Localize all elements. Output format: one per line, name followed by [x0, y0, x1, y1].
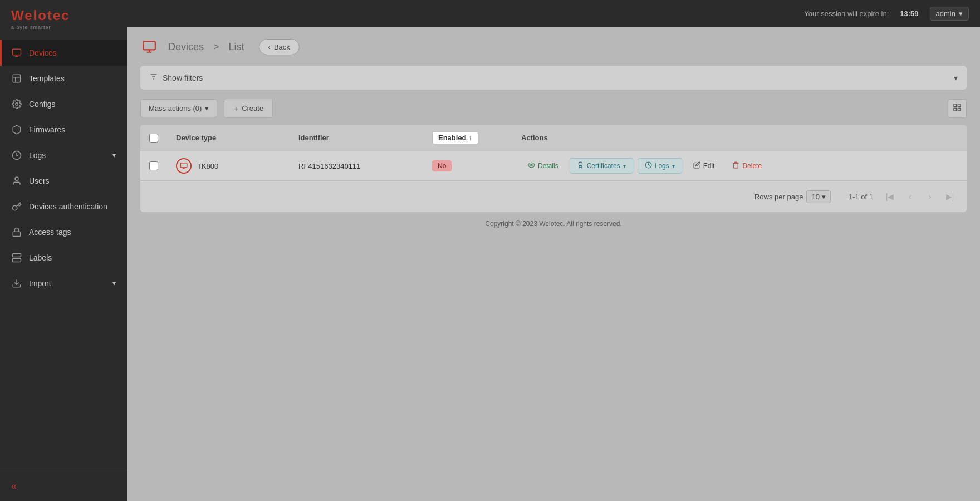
row-logs-button[interactable]: Logs ▾	[638, 158, 682, 174]
sidebar-item-templates[interactable]: Templates	[0, 66, 127, 91]
sidebar-item-labels-label: Labels	[29, 253, 116, 262]
device-type-icon	[176, 158, 192, 174]
details-button[interactable]: Details	[521, 159, 565, 173]
page-header-icon	[140, 38, 158, 56]
certificates-button[interactable]: Certificates ▾	[570, 158, 633, 174]
rows-per-page-select[interactable]: 10 ▾	[806, 190, 830, 203]
row-enabled-cell: No	[423, 151, 512, 181]
row-logs-label: Logs	[655, 162, 669, 170]
admin-menu-btn[interactable]: admin ▾	[930, 7, 969, 21]
edit-label: Edit	[703, 162, 715, 170]
breadcrumb-separator: >	[213, 41, 222, 52]
sidebar-item-logs[interactable]: Logs ▾	[0, 143, 127, 168]
row-actions-cell: Details Certificates ▾	[512, 151, 967, 181]
details-eye-icon	[528, 161, 535, 170]
import-chevron-icon: ▾	[112, 279, 116, 287]
rows-per-page-chevron-icon: ▾	[822, 193, 826, 201]
logo-text: Welotec	[11, 8, 116, 23]
header-actions: Actions	[512, 125, 967, 151]
rows-per-page: Rows per page 10 ▾	[754, 190, 831, 203]
mass-actions-label: Mass actions (0)	[149, 104, 202, 112]
page-header: Devices > List ‹ Back	[140, 38, 967, 56]
filter-icon	[149, 72, 158, 83]
show-filters-btn[interactable]: Show filters	[149, 72, 203, 83]
certificates-label: Certificates	[587, 162, 620, 170]
svg-point-20	[531, 164, 532, 166]
collapse-icon: «	[11, 480, 17, 492]
sidebar-item-labels[interactable]: Labels	[0, 245, 127, 271]
sidebar-item-import[interactable]: Import ▾	[0, 271, 127, 296]
device-type-name: TK800	[197, 162, 218, 170]
main-area: Your session will expire in: 13:59 admin…	[127, 0, 980, 501]
templates-icon	[11, 73, 22, 84]
create-plus-icon: +	[233, 104, 238, 113]
rows-per-page-label: Rows per page	[754, 193, 803, 201]
certificates-icon	[577, 161, 584, 170]
sidebar-item-access-tags[interactable]: Access tags	[0, 219, 127, 245]
certificates-chevron-icon: ▾	[623, 163, 626, 169]
devices-auth-icon	[11, 201, 22, 212]
logs-icon	[11, 150, 22, 161]
configs-icon	[11, 99, 22, 110]
mass-actions-button[interactable]: Mass actions (0) ▾	[140, 99, 217, 117]
breadcrumb: Devices > List	[165, 41, 248, 53]
row-identifier-cell: RF4151632340111	[290, 151, 423, 181]
sidebar-item-firmwares-label: Firmwares	[29, 125, 116, 134]
admin-chevron-icon: ▾	[959, 9, 963, 18]
row-checkbox[interactable]	[149, 161, 158, 170]
svg-rect-6	[13, 254, 21, 257]
svg-rect-1	[13, 75, 21, 82]
session-time: 13:59	[900, 9, 918, 18]
svg-rect-7	[13, 259, 21, 262]
last-page-button[interactable]: ▶|	[942, 189, 958, 204]
logs-chevron-icon: ▾	[672, 163, 675, 169]
sidebar-item-devices-label: Devices	[29, 48, 116, 57]
back-button[interactable]: ‹ Back	[259, 39, 300, 55]
edit-button[interactable]: Edit	[687, 159, 722, 173]
next-page-button[interactable]: ›	[922, 189, 938, 204]
sidebar-item-logs-label: Logs	[29, 151, 106, 160]
sidebar-item-devices[interactable]: Devices	[0, 40, 127, 66]
details-label: Details	[538, 162, 558, 170]
sidebar-item-firmwares[interactable]: Firmwares	[0, 117, 127, 143]
back-arrow-icon: ‹	[268, 43, 271, 51]
first-page-button[interactable]: |◀	[882, 189, 898, 204]
row-logs-icon	[645, 161, 652, 170]
svg-rect-17	[958, 108, 961, 111]
sidebar-item-devices-auth[interactable]: Devices authentication	[0, 194, 127, 219]
sidebar-collapse-btn[interactable]: «	[0, 471, 127, 501]
header-device-type: Device type	[167, 125, 290, 151]
sidebar-item-devices-auth-label: Devices authentication	[29, 202, 116, 211]
sidebar-item-users[interactable]: Users	[0, 168, 127, 194]
devices-table: Device type Identifier Enabled ↑ Actions	[140, 125, 967, 180]
filters-bar: Show filters ▾	[140, 66, 967, 90]
delete-label: Delete	[742, 162, 762, 170]
prev-page-button[interactable]: ‹	[902, 189, 918, 204]
create-label: Create	[242, 104, 263, 112]
delete-button[interactable]: Delete	[726, 159, 768, 173]
devices-icon	[11, 47, 22, 58]
view-toggle-btn[interactable]	[948, 99, 967, 118]
sidebar-item-users-label: Users	[29, 176, 116, 185]
labels-icon	[11, 252, 22, 263]
enabled-sort-badge[interactable]: Enabled ↑	[432, 131, 478, 144]
enabled-label: Enabled	[438, 134, 467, 142]
rows-per-page-value: 10	[811, 193, 819, 201]
table-row: TK800 RF4151632340111 No	[140, 151, 967, 181]
sidebar-item-access-tags-label: Access tags	[29, 228, 116, 237]
header-checkbox-col	[140, 125, 167, 151]
create-button[interactable]: + Create	[224, 99, 273, 118]
sort-arrow-icon: ↑	[469, 134, 472, 142]
select-all-checkbox[interactable]	[149, 134, 158, 143]
row-checkbox-cell	[140, 151, 167, 181]
pagination: Rows per page 10 ▾ 1-1 of 1 |◀ ‹ › ▶|	[140, 180, 967, 212]
svg-rect-5	[13, 232, 21, 236]
header-enabled[interactable]: Enabled ↑	[423, 125, 512, 151]
header-identifier: Identifier	[290, 125, 423, 151]
sidebar-item-configs[interactable]: Configs	[0, 91, 127, 117]
grid-view-icon	[953, 103, 962, 114]
sidebar-item-configs-label: Configs	[29, 100, 116, 109]
show-filters-label: Show filters	[163, 73, 203, 82]
back-label: Back	[274, 43, 290, 51]
row-device-type-cell: TK800	[167, 151, 290, 181]
